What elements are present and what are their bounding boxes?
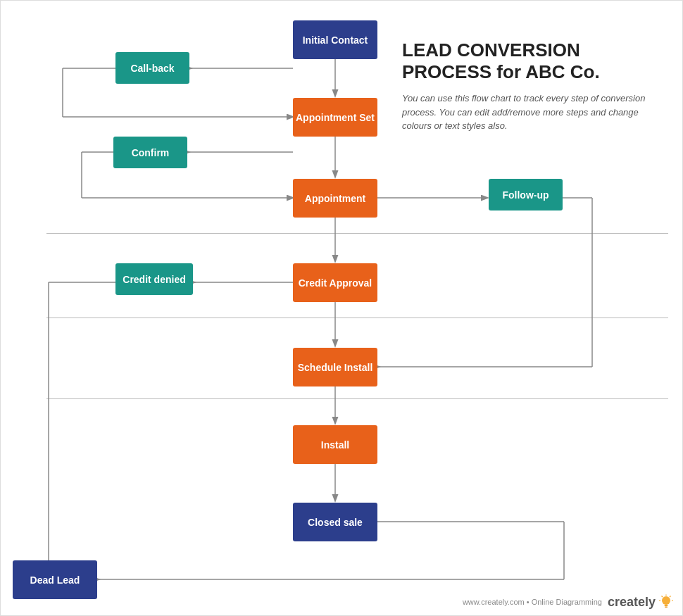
appointment-set-node[interactable]: Appointment Set: [293, 98, 377, 137]
footer-url: www.creately.com • Online Diagramming: [463, 598, 602, 606]
canvas: Initial Contact Appointment Set Appointm…: [0, 0, 683, 616]
confirm-node[interactable]: Confirm: [113, 137, 187, 168]
install-node[interactable]: Install: [293, 425, 377, 464]
svg-point-25: [662, 596, 670, 605]
initial-contact-node[interactable]: Initial Contact: [293, 20, 377, 59]
page-subtitle: You can use this flow chart to track eve…: [402, 92, 670, 133]
creately-logo: creately: [608, 594, 674, 610]
footer: www.creately.com • Online Diagramming cr…: [463, 594, 674, 610]
call-back-node[interactable]: Call-back: [115, 52, 189, 84]
brand-name: creately: [608, 595, 656, 610]
page-title: LEAD CONVERSION PROCESS for ABC Co.: [402, 39, 670, 83]
separator-1: [46, 233, 668, 234]
credit-denied-node[interactable]: Credit denied: [115, 263, 193, 295]
separator-3: [46, 398, 668, 399]
title-area: LEAD CONVERSION PROCESS for ABC Co. You …: [402, 39, 670, 133]
credit-approval-node[interactable]: Credit Approval: [293, 263, 377, 302]
appointment-node[interactable]: Appointment: [293, 179, 377, 218]
schedule-install-node[interactable]: Schedule Install: [293, 348, 377, 386]
svg-rect-27: [665, 607, 668, 608]
separator-2: [46, 318, 668, 318]
dead-lead-node[interactable]: Dead Lead: [13, 560, 97, 599]
bulb-icon: [658, 594, 674, 610]
closed-sale-node[interactable]: Closed sale: [293, 503, 377, 541]
svg-line-31: [662, 596, 663, 598]
svg-rect-26: [665, 605, 668, 606]
svg-line-29: [670, 596, 671, 598]
follow-up-node[interactable]: Follow-up: [489, 179, 563, 210]
